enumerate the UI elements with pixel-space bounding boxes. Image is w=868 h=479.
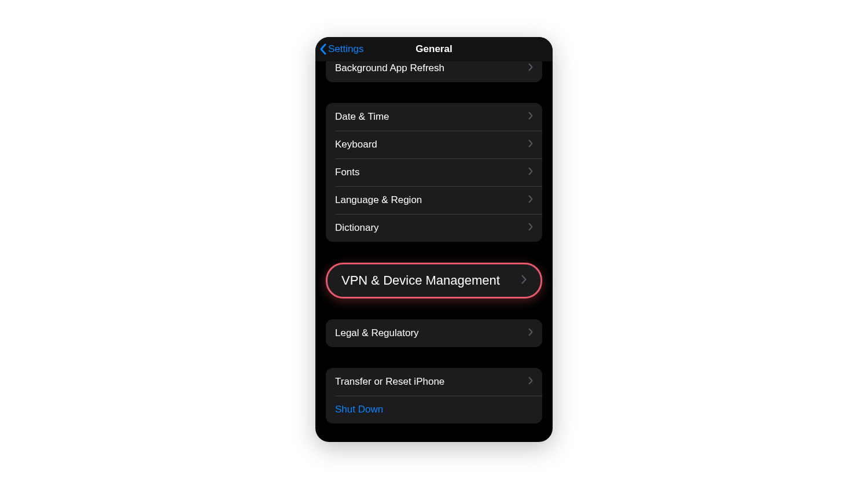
row-label: Fonts xyxy=(335,167,528,178)
settings-group-locale: Date & Time Keyboard Fonts Language & Re… xyxy=(326,103,542,242)
settings-group-legal: Legal & Regulatory xyxy=(326,319,542,347)
row-label: Date & Time xyxy=(335,111,528,123)
row-fonts[interactable]: Fonts xyxy=(326,159,542,186)
phone-screen: Settings General Background App Refresh … xyxy=(315,37,553,442)
row-legal-regulatory[interactable]: Legal & Regulatory xyxy=(326,319,542,347)
row-vpn-device-management[interactable]: VPN & Device Management xyxy=(326,263,542,299)
chevron-right-icon xyxy=(528,139,533,150)
settings-group-vpn: VPN & Device Management xyxy=(349,263,519,299)
row-label: Legal & Regulatory xyxy=(335,327,528,339)
row-background-app-refresh[interactable]: Background App Refresh xyxy=(326,61,542,82)
row-label: Language & Region xyxy=(335,194,528,206)
row-label: VPN & Device Management xyxy=(341,273,521,288)
row-label: Shut Down xyxy=(335,404,533,415)
back-label: Settings xyxy=(328,43,363,55)
row-language-region[interactable]: Language & Region xyxy=(326,186,542,214)
chevron-right-icon xyxy=(528,377,533,387)
chevron-right-icon xyxy=(528,167,533,178)
chevron-right-icon xyxy=(528,63,533,73)
row-dictionary[interactable]: Dictionary xyxy=(326,214,542,242)
chevron-right-icon xyxy=(528,328,533,338)
row-label: Keyboard xyxy=(335,139,528,150)
row-date-time[interactable]: Date & Time xyxy=(326,103,542,131)
row-label: Dictionary xyxy=(335,222,528,234)
nav-bar: Settings General xyxy=(315,37,553,61)
row-shut-down[interactable]: Shut Down xyxy=(326,396,542,423)
chevron-right-icon xyxy=(528,223,533,233)
row-label: Background App Refresh xyxy=(335,62,528,74)
chevron-left-icon xyxy=(319,43,327,56)
settings-group-background: Background App Refresh xyxy=(326,61,542,82)
back-button[interactable]: Settings xyxy=(319,37,363,61)
chevron-right-icon xyxy=(528,195,533,205)
row-transfer-reset-iphone[interactable]: Transfer or Reset iPhone xyxy=(326,368,542,396)
chevron-right-icon xyxy=(521,275,527,286)
row-keyboard[interactable]: Keyboard xyxy=(326,131,542,159)
row-label: Transfer or Reset iPhone xyxy=(335,376,528,388)
chevron-right-icon xyxy=(528,112,533,122)
settings-group-reset: Transfer or Reset iPhone Shut Down xyxy=(326,368,542,423)
settings-content: Background App Refresh Date & Time Keybo… xyxy=(315,61,553,442)
